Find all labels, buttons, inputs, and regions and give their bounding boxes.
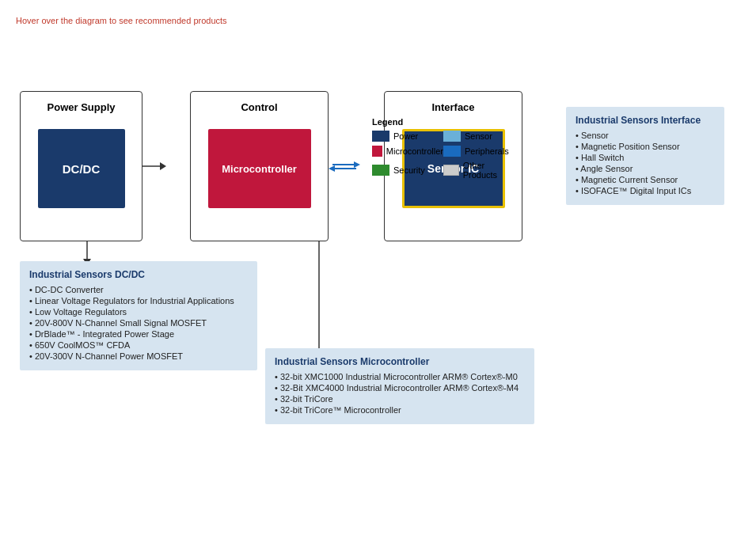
svg-marker-5 <box>329 165 335 172</box>
legend-sensor: Sensor <box>443 131 515 142</box>
microcontroller-label: Microcontroller <box>222 163 297 175</box>
legend-power-label: Power <box>393 131 418 141</box>
panel-sensors-interface-list: Sensor Magnetic Position Sensor Hall Swi… <box>576 131 715 195</box>
panel-dc-dc-list: DC-DC Converter Linear Voltage Regulator… <box>29 285 248 361</box>
arrow-control-down <box>311 241 327 359</box>
list-item: DC-DC Converter <box>29 285 248 294</box>
legend-power-swatch <box>372 131 389 142</box>
arrow-power-to-control <box>142 158 166 174</box>
list-item: Magnetic Current Sensor <box>576 175 715 184</box>
list-item: Low Voltage Regulators <box>29 307 248 317</box>
legend-other: Other Products <box>443 161 515 180</box>
panel-microcontroller-list: 32-bit XMC1000 Industrial Microcontrolle… <box>275 372 525 415</box>
legend-title: Legend <box>372 117 515 127</box>
list-item: ISOFACE™ Digital Input ICs <box>576 186 715 195</box>
legend-sensor-swatch <box>443 131 461 142</box>
legend-security-swatch <box>372 165 389 176</box>
interface-title: Interface <box>394 101 512 113</box>
list-item: DrBlade™ - Integrated Power Stage <box>29 329 248 339</box>
list-item: 32-bit TriCore™ Microcontroller <box>275 405 525 415</box>
list-item: 32-bit XMC1000 Industrial Microcontrolle… <box>275 372 525 381</box>
list-item: 20V-300V N-Channel Power MOSFET <box>29 351 248 361</box>
svg-marker-3 <box>354 161 360 168</box>
page: Hover over the diagram to see recommende… <box>0 0 756 554</box>
list-item: 32-Bit XMC4000 Industrial Microcontrolle… <box>275 383 525 393</box>
dc-dc-label: DC/DC <box>63 162 101 176</box>
microcontroller-block: Microcontroller <box>208 129 311 208</box>
legend-security: Security <box>372 161 443 180</box>
list-item: Linear Voltage Regulators for Industrial… <box>29 296 248 305</box>
list-item: Hall Switch <box>576 153 715 162</box>
list-item: Sensor <box>576 131 715 140</box>
panel-microcontroller: Industrial Sensors Microcontroller 32-bi… <box>265 348 534 424</box>
list-item: 650V CoolMOS™ CFDA <box>29 340 248 350</box>
legend-microcontroller-label: Microcontroller <box>386 146 443 156</box>
legend-security-label: Security <box>393 165 425 175</box>
legend-other-label: Other Products <box>463 161 515 180</box>
legend-peripherals-label: Peripherals <box>465 146 509 156</box>
panel-sensors-interface: Industrial Sensors Interface Sensor Magn… <box>566 107 724 205</box>
legend-microcontroller: Microcontroller <box>372 146 443 157</box>
list-item: 32-bit TriCore <box>275 394 525 404</box>
hint-text: Hover over the diagram to see recommende… <box>16 16 740 25</box>
panel-microcontroller-title: Industrial Sensors Microcontroller <box>275 356 525 367</box>
power-supply-title: Power Supply <box>30 101 132 113</box>
power-supply-box: Power Supply DC/DC <box>20 91 142 241</box>
list-item: 20V-800V N-Channel Small Signal MOSFET <box>29 318 248 328</box>
panel-dc-dc: Industrial Sensors DC/DC DC-DC Converter… <box>20 261 257 370</box>
control-title: Control <box>200 101 318 113</box>
legend-other-swatch <box>443 165 459 176</box>
svg-marker-1 <box>160 162 166 170</box>
legend-peripherals-swatch <box>443 146 461 157</box>
legend-microcontroller-swatch <box>372 146 382 157</box>
legend-peripherals: Peripherals <box>443 146 515 157</box>
panel-sensors-interface-title: Industrial Sensors Interface <box>576 115 715 126</box>
legend-box: Legend Power Sensor Microcontroller Peri… <box>372 117 515 180</box>
legend-power: Power <box>372 131 443 142</box>
panel-dc-dc-title: Industrial Sensors DC/DC <box>29 269 248 280</box>
dc-dc-block: DC/DC <box>38 129 125 208</box>
legend-sensor-label: Sensor <box>465 131 492 141</box>
arrow-control-to-interface <box>329 158 360 174</box>
list-item: Angle Sensor <box>576 164 715 173</box>
list-item: Magnetic Position Sensor <box>576 142 715 151</box>
legend-grid: Power Sensor Microcontroller Peripherals… <box>372 131 515 180</box>
control-box: Control Microcontroller <box>190 91 329 241</box>
